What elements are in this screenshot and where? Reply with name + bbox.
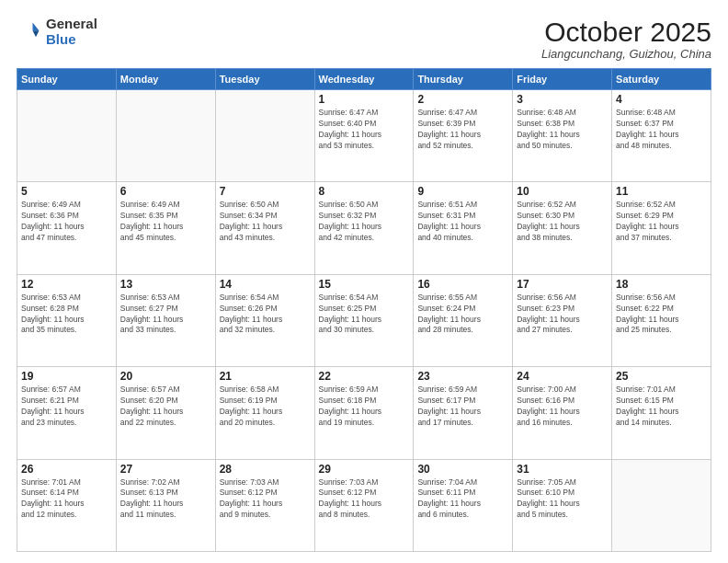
day-info: Sunrise: 6:56 AM Sunset: 6:22 PM Dayligh…	[616, 293, 707, 337]
calendar-header-row: SundayMondayTuesdayWednesdayThursdayFrid…	[17, 69, 711, 90]
calendar-cell: 5Sunrise: 6:49 AM Sunset: 6:36 PM Daylig…	[17, 182, 117, 274]
day-number: 15	[319, 278, 410, 291]
calendar-header-friday: Friday	[513, 69, 612, 90]
day-number: 12	[21, 278, 112, 291]
calendar-cell: 20Sunrise: 6:57 AM Sunset: 6:20 PM Dayli…	[116, 367, 215, 459]
calendar-cell: 22Sunrise: 6:59 AM Sunset: 6:18 PM Dayli…	[314, 367, 414, 459]
day-info: Sunrise: 6:59 AM Sunset: 6:17 PM Dayligh…	[417, 385, 508, 429]
day-number: 16	[417, 278, 508, 291]
day-info: Sunrise: 6:52 AM Sunset: 6:30 PM Dayligh…	[517, 200, 608, 244]
day-number: 3	[517, 93, 608, 106]
day-info: Sunrise: 6:48 AM Sunset: 6:38 PM Dayligh…	[517, 108, 608, 152]
day-info: Sunrise: 6:51 AM Sunset: 6:31 PM Dayligh…	[417, 200, 508, 244]
day-number: 18	[616, 278, 707, 291]
day-number: 9	[417, 185, 508, 198]
day-info: Sunrise: 6:53 AM Sunset: 6:28 PM Dayligh…	[21, 293, 112, 337]
day-number: 4	[616, 93, 707, 106]
calendar-cell: 12Sunrise: 6:53 AM Sunset: 6:28 PM Dayli…	[17, 274, 117, 366]
day-number: 17	[517, 278, 608, 291]
calendar-cell: 25Sunrise: 7:01 AM Sunset: 6:15 PM Dayli…	[612, 367, 711, 459]
logo-blue: Blue	[46, 32, 97, 48]
calendar-cell: 3Sunrise: 6:48 AM Sunset: 6:38 PM Daylig…	[513, 90, 612, 182]
day-info: Sunrise: 6:47 AM Sunset: 6:39 PM Dayligh…	[417, 108, 508, 152]
calendar-cell: 24Sunrise: 7:00 AM Sunset: 6:16 PM Dayli…	[513, 367, 612, 459]
day-number: 28	[220, 463, 311, 476]
day-number: 26	[21, 463, 112, 476]
day-info: Sunrise: 6:49 AM Sunset: 6:36 PM Dayligh…	[21, 200, 112, 244]
day-number: 24	[517, 370, 608, 383]
calendar-cell: 28Sunrise: 7:03 AM Sunset: 6:12 PM Dayli…	[215, 459, 314, 551]
day-info: Sunrise: 6:54 AM Sunset: 6:26 PM Dayligh…	[220, 293, 311, 337]
calendar-header-thursday: Thursday	[414, 69, 513, 90]
calendar-cell	[215, 90, 314, 182]
calendar-cell: 30Sunrise: 7:04 AM Sunset: 6:11 PM Dayli…	[414, 459, 513, 551]
calendar-cell	[612, 459, 711, 551]
calendar-cell: 1Sunrise: 6:47 AM Sunset: 6:40 PM Daylig…	[314, 90, 414, 182]
day-number: 27	[120, 463, 211, 476]
svg-marker-0	[33, 22, 40, 30]
day-number: 19	[21, 370, 112, 383]
day-number: 10	[517, 185, 608, 198]
title-block: October 2025 Liangcunchang, Guizhou, Chi…	[541, 17, 711, 61]
calendar-header-sunday: Sunday	[17, 69, 117, 90]
svg-marker-1	[33, 30, 40, 37]
day-number: 29	[319, 463, 410, 476]
day-info: Sunrise: 6:59 AM Sunset: 6:18 PM Dayligh…	[319, 385, 410, 429]
page: General Blue October 2025 Liangcunchang,…	[0, 0, 728, 563]
calendar-cell: 14Sunrise: 6:54 AM Sunset: 6:26 PM Dayli…	[215, 274, 314, 366]
calendar-table: SundayMondayTuesdayWednesdayThursdayFrid…	[17, 68, 711, 552]
day-info: Sunrise: 6:55 AM Sunset: 6:24 PM Dayligh…	[417, 293, 508, 337]
day-info: Sunrise: 6:54 AM Sunset: 6:25 PM Dayligh…	[319, 293, 410, 337]
calendar-header-monday: Monday	[116, 69, 215, 90]
day-info: Sunrise: 7:00 AM Sunset: 6:16 PM Dayligh…	[517, 385, 608, 429]
calendar-cell	[116, 90, 215, 182]
calendar-cell: 15Sunrise: 6:54 AM Sunset: 6:25 PM Dayli…	[314, 274, 414, 366]
day-number: 21	[220, 370, 311, 383]
logo-icon	[17, 19, 42, 45]
logo-general: General	[46, 17, 97, 32]
calendar-header-tuesday: Tuesday	[215, 69, 314, 90]
day-info: Sunrise: 6:56 AM Sunset: 6:23 PM Dayligh…	[517, 293, 608, 337]
calendar-week-4: 19Sunrise: 6:57 AM Sunset: 6:21 PM Dayli…	[17, 367, 711, 459]
calendar-week-5: 26Sunrise: 7:01 AM Sunset: 6:14 PM Dayli…	[17, 459, 711, 551]
day-number: 5	[21, 185, 112, 198]
calendar-cell: 13Sunrise: 6:53 AM Sunset: 6:27 PM Dayli…	[116, 274, 215, 366]
day-number: 13	[120, 278, 211, 291]
day-info: Sunrise: 7:03 AM Sunset: 6:12 PM Dayligh…	[319, 477, 410, 522]
logo-text: General Blue	[46, 17, 97, 47]
day-number: 7	[220, 185, 311, 198]
day-number: 23	[417, 370, 508, 383]
calendar-cell: 11Sunrise: 6:52 AM Sunset: 6:29 PM Dayli…	[612, 182, 711, 274]
calendar-cell: 7Sunrise: 6:50 AM Sunset: 6:34 PM Daylig…	[215, 182, 314, 274]
calendar-cell: 21Sunrise: 6:58 AM Sunset: 6:19 PM Dayli…	[215, 367, 314, 459]
calendar-cell: 4Sunrise: 6:48 AM Sunset: 6:37 PM Daylig…	[612, 90, 711, 182]
calendar-cell: 27Sunrise: 7:02 AM Sunset: 6:13 PM Dayli…	[116, 459, 215, 551]
day-info: Sunrise: 6:49 AM Sunset: 6:35 PM Dayligh…	[120, 200, 211, 244]
calendar-week-3: 12Sunrise: 6:53 AM Sunset: 6:28 PM Dayli…	[17, 274, 711, 366]
day-number: 2	[417, 93, 508, 106]
day-info: Sunrise: 6:57 AM Sunset: 6:20 PM Dayligh…	[120, 385, 211, 429]
day-info: Sunrise: 7:03 AM Sunset: 6:12 PM Dayligh…	[220, 477, 311, 522]
calendar-header-wednesday: Wednesday	[314, 69, 414, 90]
day-number: 25	[616, 370, 707, 383]
day-info: Sunrise: 6:52 AM Sunset: 6:29 PM Dayligh…	[616, 200, 707, 244]
day-number: 11	[616, 185, 707, 198]
header: General Blue October 2025 Liangcunchang,…	[17, 17, 711, 61]
calendar-cell: 6Sunrise: 6:49 AM Sunset: 6:35 PM Daylig…	[116, 182, 215, 274]
calendar-cell: 10Sunrise: 6:52 AM Sunset: 6:30 PM Dayli…	[513, 182, 612, 274]
logo: General Blue	[17, 17, 97, 47]
day-info: Sunrise: 7:02 AM Sunset: 6:13 PM Dayligh…	[120, 477, 211, 522]
calendar-header-saturday: Saturday	[612, 69, 711, 90]
day-info: Sunrise: 6:50 AM Sunset: 6:32 PM Dayligh…	[319, 200, 410, 244]
day-info: Sunrise: 6:57 AM Sunset: 6:21 PM Dayligh…	[21, 385, 112, 429]
calendar-week-1: 1Sunrise: 6:47 AM Sunset: 6:40 PM Daylig…	[17, 90, 711, 182]
calendar-cell: 31Sunrise: 7:05 AM Sunset: 6:10 PM Dayli…	[513, 459, 612, 551]
calendar-cell	[17, 90, 117, 182]
day-number: 20	[120, 370, 211, 383]
day-number: 8	[319, 185, 410, 198]
calendar-cell: 18Sunrise: 6:56 AM Sunset: 6:22 PM Dayli…	[612, 274, 711, 366]
day-number: 14	[220, 278, 311, 291]
day-info: Sunrise: 6:50 AM Sunset: 6:34 PM Dayligh…	[220, 200, 311, 244]
calendar-cell: 8Sunrise: 6:50 AM Sunset: 6:32 PM Daylig…	[314, 182, 414, 274]
calendar-week-2: 5Sunrise: 6:49 AM Sunset: 6:36 PM Daylig…	[17, 182, 711, 274]
